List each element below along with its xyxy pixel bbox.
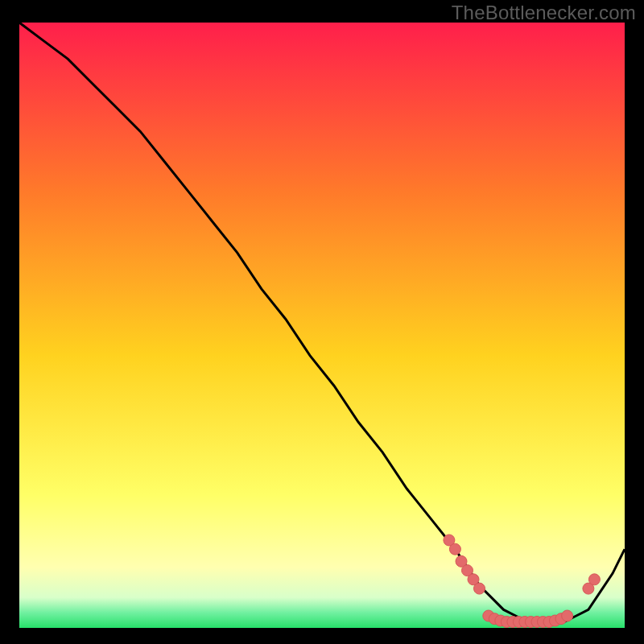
data-dot: [588, 574, 600, 585]
chart-svg: [19, 23, 625, 628]
data-dot: [449, 543, 460, 555]
data-dot: [474, 583, 485, 594]
gradient-background: [19, 23, 625, 628]
chart-frame: TheBottlenecker.com: [0, 0, 644, 644]
plot-area: [19, 23, 625, 628]
data-dot: [562, 610, 573, 621]
watermark-text: TheBottlenecker.com: [452, 2, 636, 24]
